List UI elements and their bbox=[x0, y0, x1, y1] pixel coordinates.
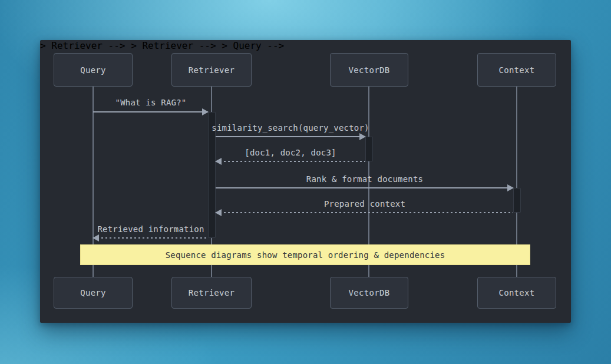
actor-label-query: Query bbox=[80, 288, 106, 297]
message-label-retrieved-information: Retrieved information bbox=[97, 224, 204, 234]
actor-box-query-top: Query bbox=[54, 53, 133, 87]
actor-label-query: Query bbox=[80, 65, 106, 75]
message-label-docs-return: [doc1, doc2, doc3] bbox=[245, 147, 336, 158]
arrowhead-right-icon bbox=[359, 133, 366, 140]
arrowhead-right-icon bbox=[507, 184, 514, 191]
actor-label-vectordb: VectorDB bbox=[349, 65, 390, 75]
actor-box-context-top: Context bbox=[477, 53, 556, 87]
message-line-similarity-search bbox=[216, 136, 365, 137]
activation-bar-context bbox=[513, 188, 521, 213]
message-line-retrieved-information bbox=[93, 237, 208, 239]
actor-label-context: Context bbox=[498, 288, 534, 297]
message-label-rank-format: Rank & format documents bbox=[306, 174, 423, 184]
actor-box-retriever-bottom: Retriever bbox=[171, 277, 252, 309]
actor-box-context-bottom: Context bbox=[477, 277, 556, 309]
actor-box-query-bottom: Query bbox=[54, 277, 133, 309]
actor-box-vectordb-top: VectorDB bbox=[330, 53, 408, 87]
note-banner: Sequence diagrams show temporal ordering… bbox=[80, 244, 530, 265]
arrowhead-right-icon bbox=[202, 108, 209, 115]
actor-box-vectordb-bottom: VectorDB bbox=[330, 277, 408, 309]
message-label-similarity-search: similarity_search(query_vector) bbox=[212, 123, 369, 133]
message-label-prepared-context: Prepared context bbox=[324, 198, 405, 209]
message-line-what-is-rag bbox=[93, 111, 208, 112]
message-line-prepared-context bbox=[216, 212, 513, 213]
actor-label-vectordb: VectorDB bbox=[349, 288, 390, 297]
actor-box-retriever-top: Retriever bbox=[171, 53, 252, 87]
message-line-rank-format bbox=[216, 187, 513, 188]
sequence-diagram-panel: Query Retriever VectorDB Context "What i… bbox=[40, 40, 571, 323]
actor-label-context: Context bbox=[498, 65, 534, 75]
actor-label-retriever: Retriever bbox=[189, 65, 235, 75]
arrowhead-left-icon bbox=[93, 234, 99, 241]
note-text: Sequence diagrams show temporal ordering… bbox=[166, 250, 445, 260]
message-label-what-is-rag: "What is RAG?" bbox=[115, 97, 187, 108]
actor-label-retriever: Retriever bbox=[189, 288, 235, 297]
arrowhead-left-icon bbox=[215, 158, 222, 165]
arrowhead-left-icon bbox=[215, 209, 222, 216]
message-line-docs-return bbox=[216, 161, 365, 162]
activation-bar-vectordb bbox=[365, 137, 373, 161]
